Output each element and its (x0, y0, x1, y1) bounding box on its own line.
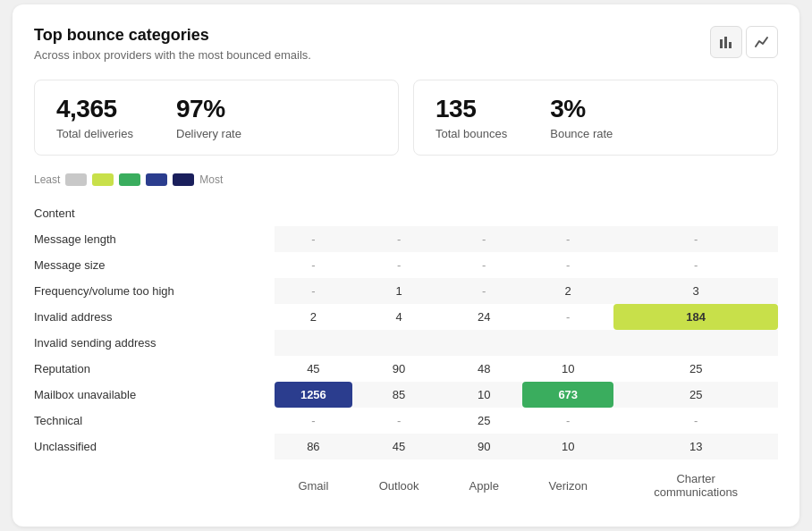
cell-value: 90 (352, 356, 445, 382)
row-category: Frequency/volume too high (34, 278, 275, 304)
bounce-table-container: ContentMessage length-----Message size--… (34, 200, 778, 505)
total-deliveries-value: 4,365 (56, 95, 133, 123)
cell-value: 673 (522, 382, 613, 408)
cell-value: - (445, 252, 522, 278)
cell-value: - (275, 226, 352, 252)
cell-value: 184 (613, 304, 778, 330)
cell-value: - (445, 226, 522, 252)
svg-rect-2 (729, 42, 732, 48)
cell-value (275, 330, 352, 356)
cell-value (613, 330, 778, 356)
cell-value: 24 (445, 304, 522, 330)
legend-swatch-1 (65, 173, 87, 186)
table-row: Message length----- (34, 226, 778, 252)
svg-rect-0 (720, 39, 723, 48)
card-header: Top bounce categories Across inbox provi… (34, 26, 778, 62)
row-category: Message length (34, 226, 275, 252)
cell-value: 10 (445, 382, 522, 408)
cell-value: 45 (352, 434, 445, 459)
cell-value: - (613, 408, 778, 434)
bar-chart-icon (718, 34, 734, 50)
cell-value: 25 (445, 408, 522, 434)
main-card: Top bounce categories Across inbox provi… (13, 4, 799, 527)
total-deliveries-label: Total deliveries (56, 127, 133, 140)
table-row: Content (34, 200, 778, 226)
cell-value: - (352, 408, 445, 434)
row-category: Content (34, 200, 275, 226)
cell-value: 86 (275, 434, 352, 459)
line-chart-icon (754, 34, 770, 50)
table-row: Reputation4590481025 (34, 356, 778, 382)
table-row: Message size----- (34, 252, 778, 278)
cell-value (445, 200, 522, 226)
svg-rect-1 (724, 37, 727, 48)
cell-value: 13 (613, 434, 778, 459)
cell-value: - (275, 252, 352, 278)
total-bounces-value: 135 (436, 95, 507, 123)
cell-value: - (522, 252, 613, 278)
cell-value: 4 (352, 304, 445, 330)
delivery-stat-card: 4,365 Total deliveries 97% Delivery rate (34, 80, 399, 156)
row-category: Unclassified (34, 434, 275, 459)
cell-value: - (352, 226, 445, 252)
bar-chart-button[interactable] (710, 26, 742, 58)
cell-value: 45 (275, 356, 352, 382)
cell-value: 48 (445, 356, 522, 382)
cell-value: 90 (445, 434, 522, 459)
cell-value: - (275, 408, 352, 434)
card-title: Top bounce categories (34, 26, 311, 45)
row-category: Invalid sending address (34, 330, 275, 356)
cell-value: 1256 (275, 382, 352, 408)
table-row: Technical--25-- (34, 408, 778, 434)
delivery-rate: 97% Delivery rate (176, 95, 241, 140)
cell-value: - (613, 252, 778, 278)
cell-value: 25 (613, 356, 778, 382)
table-row: Invalid address2424-184 (34, 304, 778, 330)
row-category: Technical (34, 408, 275, 434)
col-header-3: Verizon (522, 459, 613, 505)
row-category: Invalid address (34, 304, 275, 330)
cell-value (445, 330, 522, 356)
col-header-empty (34, 459, 275, 505)
cell-value: 25 (613, 382, 778, 408)
legend-swatch-3 (119, 173, 140, 186)
title-section: Top bounce categories Across inbox provi… (34, 26, 311, 62)
legend-swatch-4 (146, 173, 167, 186)
card-subtitle: Across inbox providers with the most bou… (34, 48, 311, 62)
table-row: Invalid sending address (34, 330, 778, 356)
legend-row: Least Most (34, 173, 778, 186)
total-bounces-label: Total bounces (436, 127, 507, 140)
cell-value: - (613, 226, 778, 252)
row-category: Reputation (34, 356, 275, 382)
col-header-4: Charter communications (613, 459, 778, 505)
row-category: Mailbox unavailable (34, 382, 275, 408)
total-deliveries: 4,365 Total deliveries (56, 95, 133, 140)
stats-row: 4,365 Total deliveries 97% Delivery rate… (34, 80, 778, 156)
cell-value: 10 (522, 434, 613, 459)
cell-value: 3 (613, 278, 778, 304)
delivery-rate-label: Delivery rate (176, 127, 241, 140)
cell-value: 2 (522, 278, 613, 304)
cell-value (613, 200, 778, 226)
col-header-1: Outlook (352, 459, 445, 505)
chart-toggle (710, 26, 778, 58)
cell-value (352, 200, 445, 226)
cell-value (275, 200, 352, 226)
cell-value: 85 (352, 382, 445, 408)
bounce-stat-card: 135 Total bounces 3% Bounce rate (413, 80, 778, 156)
legend-least-label: Least (34, 173, 60, 186)
table-row: Unclassified8645901013 (34, 434, 778, 459)
cell-value: 10 (522, 356, 613, 382)
cell-value (522, 330, 613, 356)
row-category: Message size (34, 252, 275, 278)
bounce-rate: 3% Bounce rate (550, 95, 613, 140)
bounce-table: ContentMessage length-----Message size--… (34, 200, 778, 505)
line-chart-button[interactable] (746, 26, 778, 58)
cell-value: - (522, 408, 613, 434)
col-header-2: Apple (445, 459, 522, 505)
legend-swatch-2 (92, 173, 114, 186)
bounce-rate-label: Bounce rate (550, 127, 613, 140)
cell-value (352, 330, 445, 356)
cell-value: 2 (275, 304, 352, 330)
cell-value (522, 200, 613, 226)
